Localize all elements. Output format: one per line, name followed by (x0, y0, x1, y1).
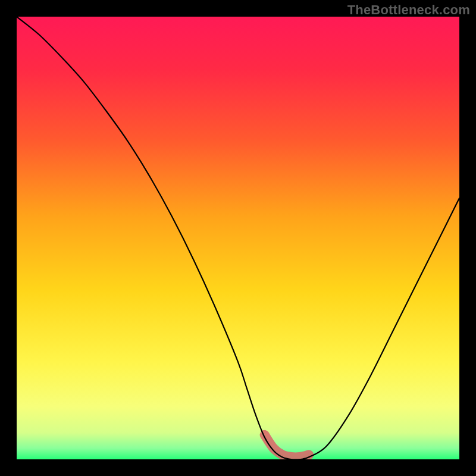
plot-area (17, 17, 459, 459)
gradient-background (17, 17, 459, 459)
bottleneck-chart (17, 17, 459, 459)
chart-frame: TheBottleneck.com (0, 0, 476, 476)
watermark-text: TheBottleneck.com (347, 2, 470, 18)
